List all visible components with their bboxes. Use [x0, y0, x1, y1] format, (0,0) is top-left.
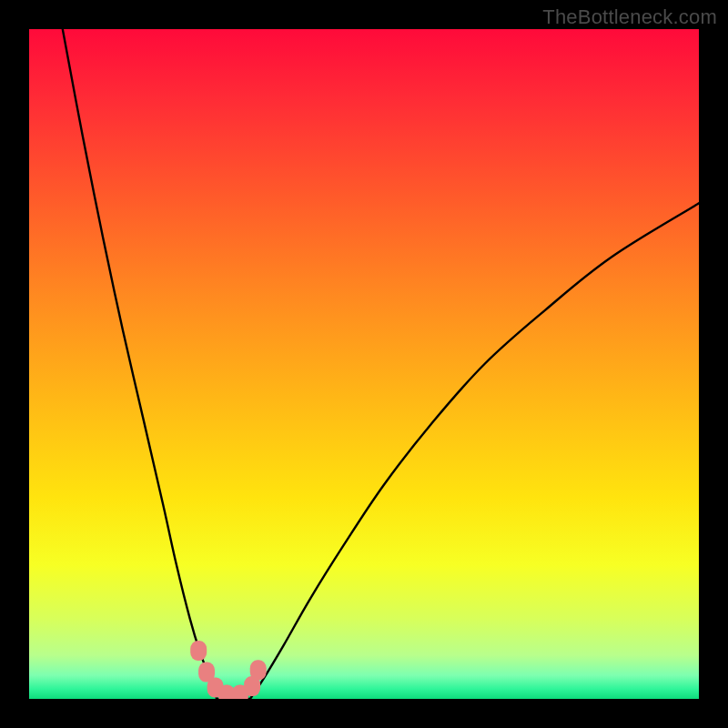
chart-svg	[29, 29, 699, 699]
plot-area	[29, 29, 699, 699]
chart-frame: TheBottleneck.com	[0, 0, 728, 728]
curve-marker	[190, 641, 207, 661]
watermark-text: TheBottleneck.com	[542, 5, 717, 29]
curve-marker	[250, 660, 267, 680]
